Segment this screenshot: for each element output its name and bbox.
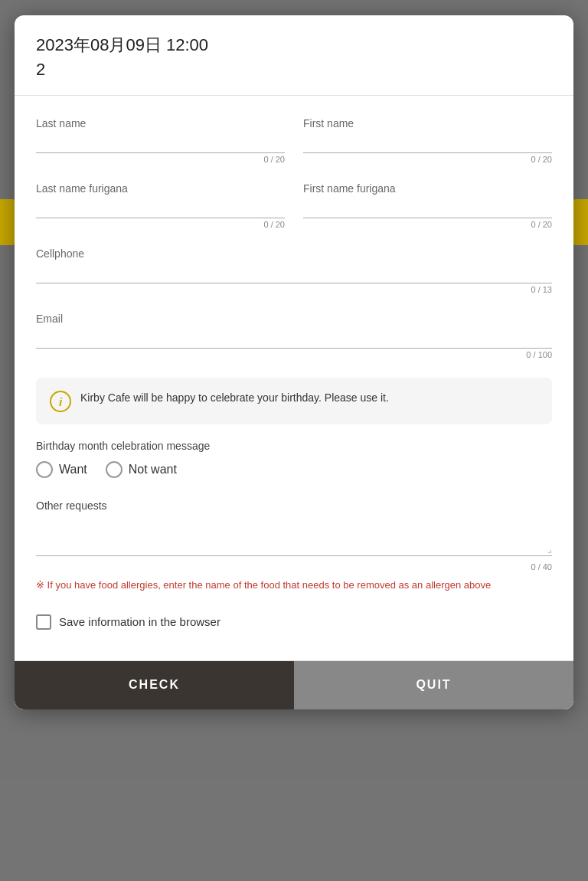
other-requests-count: 0 / 40 [36, 562, 552, 572]
first-name-label: First name [303, 117, 552, 129]
first-name-furigana-group: First name furigana 0 / 20 [303, 182, 552, 229]
side-accent-right [573, 199, 588, 245]
first-name-count: 0 / 20 [303, 155, 552, 164]
resize-handle-icon: ⌟ [547, 544, 552, 555]
furigana-row: Last name furigana 0 / 20 First name fur… [36, 182, 552, 229]
info-icon: i [50, 391, 71, 412]
email-label: Email [36, 313, 552, 325]
cellphone-row: Cellphone 0 / 13 [36, 247, 552, 294]
email-row: Email 0 / 100 [36, 313, 552, 359]
birthday-label: Birthday month celebration message [36, 440, 552, 452]
first-name-input[interactable] [303, 133, 552, 153]
save-checkbox[interactable] [36, 614, 51, 630]
reservation-datetime: 2023年08月09日 12:00 [36, 34, 552, 57]
last-name-furigana-label: Last name furigana [36, 182, 285, 195]
last-name-group: Last name 0 / 20 [36, 117, 285, 164]
email-count: 0 / 100 [36, 350, 552, 359]
info-text: Kirby Cafe will be happy to celebrate yo… [80, 390, 389, 406]
info-box: i Kirby Cafe will be happy to celebrate … [36, 378, 552, 424]
quit-button[interactable]: QUIT [294, 661, 573, 709]
check-button[interactable]: CHECK [15, 661, 294, 709]
save-checkbox-row: Save information in the browser [36, 614, 552, 630]
other-requests-wrapper: ⌟ [36, 518, 552, 559]
side-accent-left [0, 199, 15, 245]
birthday-not-want-text: Not want [129, 463, 177, 477]
birthday-not-want-radio[interactable] [106, 461, 122, 478]
first-name-group: First name 0 / 20 [303, 117, 552, 164]
birthday-want-radio[interactable] [36, 461, 53, 478]
first-name-furigana-input[interactable] [303, 198, 552, 218]
birthday-want-label[interactable]: Want [36, 461, 87, 478]
reservation-guests: 2 [36, 60, 552, 80]
last-name-label: Last name [36, 117, 285, 129]
birthday-want-text: Want [59, 463, 87, 477]
other-requests-section: Other requests ⌟ 0 / 40 [36, 499, 552, 572]
email-group: Email 0 / 100 [36, 313, 552, 359]
last-name-count: 0 / 20 [36, 155, 285, 164]
other-requests-textarea[interactable] [36, 518, 552, 556]
first-name-furigana-label: First name furigana [303, 182, 552, 195]
birthday-section: Birthday month celebration message Want … [36, 440, 552, 478]
last-name-input[interactable] [36, 133, 285, 153]
birthday-not-want-label[interactable]: Not want [106, 461, 177, 478]
cellphone-group: Cellphone 0 / 13 [36, 247, 552, 294]
birthday-radio-group: Want Not want [36, 461, 552, 478]
reservation-modal: 2023年08月09日 12:00 2 Last name 0 / 20 Fir… [15, 15, 573, 709]
save-checkbox-label: Save information in the browser [59, 615, 220, 628]
first-name-furigana-count: 0 / 20 [303, 220, 552, 229]
cellphone-count: 0 / 13 [36, 285, 552, 294]
cellphone-input[interactable] [36, 263, 552, 283]
modal-footer: CHECK QUIT [15, 660, 573, 709]
name-row: Last name 0 / 20 First name 0 / 20 [36, 117, 552, 164]
email-input[interactable] [36, 328, 552, 349]
last-name-furigana-group: Last name furigana 0 / 20 [36, 182, 285, 229]
modal-header: 2023年08月09日 12:00 2 [15, 15, 573, 96]
allergy-note: ※ If you have food allergies, enter the … [36, 578, 552, 593]
last-name-furigana-input[interactable] [36, 198, 285, 218]
other-requests-label: Other requests [36, 499, 552, 512]
modal-body: Last name 0 / 20 First name 0 / 20 Last … [15, 96, 573, 660]
cellphone-label: Cellphone [36, 247, 552, 260]
last-name-furigana-count: 0 / 20 [36, 220, 285, 229]
